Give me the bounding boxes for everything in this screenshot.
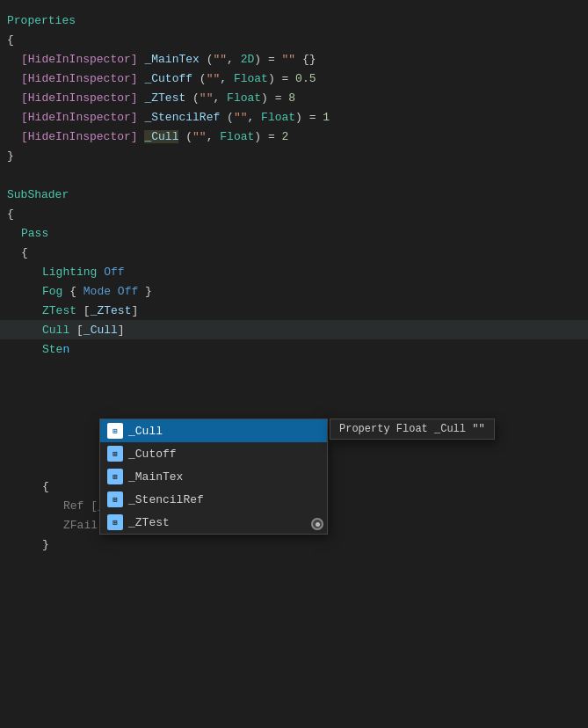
item-label-stencilref: _StencilRef <box>128 493 204 506</box>
line-close-brace-1: } <box>0 146 588 165</box>
line-fog: Fog { Mode Off } <box>0 281 588 301</box>
line-open-brace-2: { <box>0 204 588 223</box>
autocomplete-container: ⊞ _Cull ⊞ _Cutoff ⊞ _MainTex ⊞ _StencilR… <box>99 419 495 535</box>
autocomplete-dropdown[interactable]: ⊞ _Cull ⊞ _Cutoff ⊞ _MainTex ⊞ _StencilR… <box>99 419 328 535</box>
line-properties-kw: Properties <box>0 11 588 30</box>
item-icon-maintex: ⊞ <box>107 469 123 484</box>
item-label-ztest: _ZTest <box>128 516 170 529</box>
line-prop-maintex: [HideInInspector] _MainTex ("", 2D) = ""… <box>0 49 588 69</box>
autocomplete-item-cutoff[interactable]: ⊞ _Cutoff <box>100 442 327 465</box>
autocomplete-tooltip: Property Float _Cull "" <box>330 419 495 440</box>
tooltip-text: Property Float _Cull "" <box>339 423 485 435</box>
scroll-indicator <box>311 518 323 530</box>
autocomplete-item-maintex[interactable]: ⊞ _MainTex <box>100 465 327 488</box>
line-prop-cutoff: [HideInInspector] _Cutoff ("", Float) = … <box>0 69 588 88</box>
prop-maintex-name: _MainTex <box>144 53 199 66</box>
line-prop-cull: [HideInInspector] _Cull ("", Float) = 2 <box>0 127 588 146</box>
line-cull-cmd: Cull [_Cull] <box>0 320 588 339</box>
line-empty-1 <box>0 165 588 185</box>
off-keyword: Off <box>104 266 124 279</box>
line-ztest-cmd: ZTest [_ZTest] <box>0 301 588 320</box>
properties-keyword: Properties <box>7 14 76 27</box>
pass-keyword: Pass <box>21 227 48 240</box>
line-sten-partial: Sten <box>0 339 588 359</box>
subshader-keyword: SubShader <box>7 188 69 201</box>
line-open-brace-1: { <box>0 30 588 49</box>
item-label-maintex: _MainTex <box>128 470 183 484</box>
code-editor: Properties { [HideInInspector] _MainTex … <box>0 0 588 564</box>
line-prop-ztest: [HideInInspector] _ZTest ("", Float) = 8 <box>0 88 588 107</box>
line-lighting-off: Lighting Off <box>0 262 588 281</box>
item-icon-cutoff: ⊞ <box>107 446 123 462</box>
lighting-keyword: Lighting <box>42 266 97 279</box>
item-icon-ztest: ⊞ <box>107 514 123 530</box>
line-close-brace-4: } <box>0 535 588 554</box>
cull-highlight: _Cull <box>144 130 178 143</box>
autocomplete-item-cull[interactable]: ⊞ _Cull <box>100 419 327 442</box>
line-prop-stencilref: [HideInInspector] _StencilRef ("", Float… <box>0 107 588 127</box>
autocomplete-item-stencilref[interactable]: ⊞ _StencilRef <box>100 488 327 511</box>
line-pass: Pass <box>0 223 588 243</box>
hide-inspector-attr: [HideInInspector] <box>21 53 138 66</box>
line-subshader: SubShader <box>0 185 588 204</box>
line-open-brace-3: { <box>0 243 588 262</box>
item-label-cutoff: _Cutoff <box>128 448 177 461</box>
scroll-dot <box>316 522 320 527</box>
autocomplete-item-ztest[interactable]: ⊞ _ZTest <box>100 511 327 534</box>
item-icon-stencilref: ⊞ <box>107 491 123 507</box>
item-label-cull: _Cull <box>128 425 163 438</box>
open-brace-1: { <box>7 33 14 47</box>
item-icon-cull: ⊞ <box>107 423 123 439</box>
